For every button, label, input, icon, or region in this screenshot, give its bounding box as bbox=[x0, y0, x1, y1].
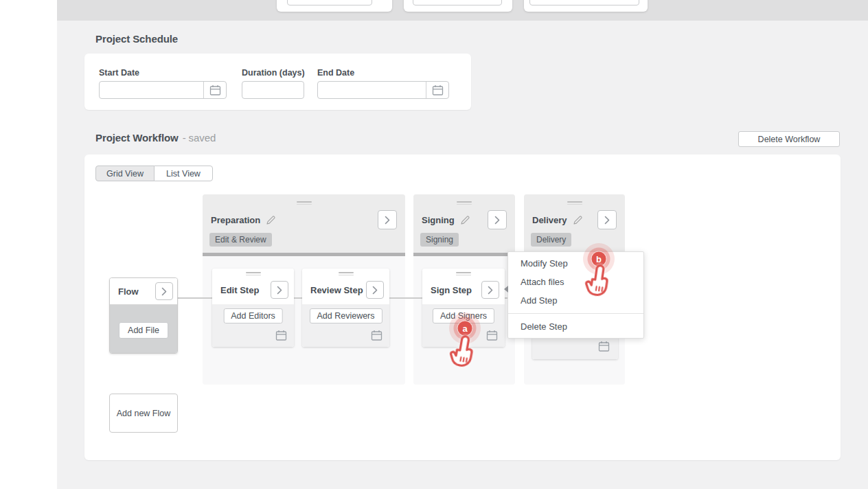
menu-separator bbox=[508, 313, 643, 314]
pencil-icon[interactable] bbox=[573, 215, 583, 225]
step-calendar-button[interactable] bbox=[486, 330, 498, 341]
calendar-icon bbox=[209, 84, 221, 96]
column-title: Signing bbox=[422, 215, 455, 225]
tab-list-view[interactable]: List View bbox=[154, 166, 213, 181]
drag-handle-icon[interactable] bbox=[456, 272, 471, 275]
add-reviewers-button[interactable]: Add Reviewers bbox=[309, 308, 382, 323]
column-expand-button[interactable] bbox=[378, 210, 397, 229]
step-card-review: Review Step Add Reviewers bbox=[302, 269, 389, 347]
schedule-title: Project Schedule bbox=[95, 33, 178, 45]
flow-title: Flow bbox=[118, 286, 139, 297]
end-date-field: End Date bbox=[317, 68, 449, 99]
column-expand-button[interactable] bbox=[597, 210, 617, 229]
pencil-icon[interactable] bbox=[460, 215, 470, 225]
step-expand-button[interactable] bbox=[366, 281, 384, 299]
drag-handle-icon[interactable] bbox=[339, 272, 354, 275]
column-track bbox=[413, 253, 515, 256]
pencil-icon[interactable] bbox=[266, 215, 276, 225]
column-badge: Edit & Review bbox=[209, 233, 272, 247]
chevron-right-icon bbox=[488, 286, 493, 295]
workflow-header: Project Workflow- saved bbox=[95, 132, 216, 144]
menu-item-delete-step[interactable]: Delete Step bbox=[508, 317, 643, 336]
end-date-calendar-button[interactable] bbox=[426, 82, 448, 98]
add-new-flow-button[interactable]: Add new Flow bbox=[109, 394, 178, 433]
calendar-icon bbox=[275, 330, 287, 341]
calendar-icon bbox=[371, 330, 382, 341]
chevron-right-icon bbox=[494, 216, 500, 225]
calendar-icon bbox=[432, 84, 444, 96]
top-partial-input[interactable] bbox=[287, 0, 372, 5]
tab-grid-view[interactable]: Grid View bbox=[95, 166, 155, 181]
chevron-right-icon bbox=[385, 216, 390, 225]
add-editors-button[interactable]: Add Editors bbox=[223, 308, 283, 323]
view-tabs: Grid View List View bbox=[95, 166, 213, 181]
step-expand-button[interactable] bbox=[271, 281, 288, 299]
column-badge: Delivery bbox=[531, 233, 571, 247]
delete-workflow-button[interactable]: Delete Workflow bbox=[738, 131, 840, 147]
workflow-title: Project Workflow bbox=[95, 132, 179, 144]
column-title: Preparation bbox=[211, 215, 260, 225]
menu-item-modify-step[interactable]: Modify Step bbox=[508, 254, 643, 273]
drag-handle-icon[interactable] bbox=[457, 201, 472, 205]
column-title: Delivery bbox=[532, 215, 567, 225]
step-calendar-button[interactable] bbox=[598, 341, 610, 352]
top-partial-input[interactable] bbox=[413, 0, 502, 5]
duration-label: Duration (days) bbox=[242, 68, 305, 78]
chevron-right-icon bbox=[604, 216, 610, 225]
top-partial-card bbox=[404, 0, 512, 12]
column-expand-button[interactable] bbox=[488, 210, 507, 229]
drag-handle-icon[interactable] bbox=[297, 201, 312, 205]
column-badge: Signing bbox=[420, 233, 459, 247]
add-file-button[interactable]: Add File bbox=[119, 322, 168, 339]
hand-cursor-icon bbox=[580, 262, 617, 300]
step-title: Review Step bbox=[310, 285, 363, 295]
page: Project Schedule Start Date Duration (da… bbox=[0, 0, 868, 489]
step-calendar-button[interactable] bbox=[275, 330, 287, 341]
step-title: Sign Step bbox=[431, 285, 472, 295]
step-context-menu: Modify Step Attach files Add Step Delete… bbox=[507, 251, 644, 339]
step-expand-button[interactable] bbox=[481, 281, 499, 299]
menu-item-add-step[interactable]: Add Step bbox=[508, 291, 643, 310]
hand-cursor-icon bbox=[444, 332, 483, 372]
end-date-input[interactable] bbox=[318, 82, 426, 98]
workflow-saved-status: - saved bbox=[183, 132, 216, 144]
chevron-right-icon bbox=[372, 286, 378, 295]
duration-field: Duration (days) bbox=[242, 68, 305, 99]
step-card-edit: Edit Step Add Editors bbox=[212, 269, 294, 347]
workflow-panel: Grid View List View Preparation Edit & R… bbox=[84, 155, 841, 460]
start-date-label: Start Date bbox=[99, 68, 227, 78]
menu-caret-icon bbox=[504, 286, 508, 293]
step-title: Edit Step bbox=[220, 285, 259, 295]
column-track bbox=[203, 253, 405, 256]
drag-handle-icon[interactable] bbox=[567, 201, 582, 205]
step-calendar-button[interactable] bbox=[371, 330, 382, 341]
start-date-input[interactable] bbox=[100, 82, 203, 98]
end-date-label: End Date bbox=[317, 68, 449, 78]
chevron-right-icon bbox=[277, 286, 282, 295]
start-date-field: Start Date bbox=[99, 68, 227, 99]
top-partial-card bbox=[524, 0, 648, 12]
chevron-right-icon bbox=[161, 287, 167, 296]
start-date-calendar-button[interactable] bbox=[203, 82, 226, 98]
calendar-icon bbox=[598, 341, 610, 352]
menu-item-attach-files[interactable]: Attach files bbox=[508, 273, 643, 291]
calendar-icon bbox=[486, 330, 498, 341]
flow-card: Flow Add File bbox=[109, 277, 178, 354]
top-partial-card bbox=[277, 0, 392, 12]
drag-handle-icon[interactable] bbox=[246, 272, 261, 275]
main-content-area: Project Schedule Start Date Duration (da… bbox=[57, 0, 868, 489]
flow-expand-button[interactable] bbox=[155, 282, 173, 300]
schedule-card: Start Date Duration (days) End Date bbox=[84, 54, 471, 110]
duration-input[interactable] bbox=[242, 82, 304, 98]
top-partial-input[interactable] bbox=[529, 0, 639, 5]
